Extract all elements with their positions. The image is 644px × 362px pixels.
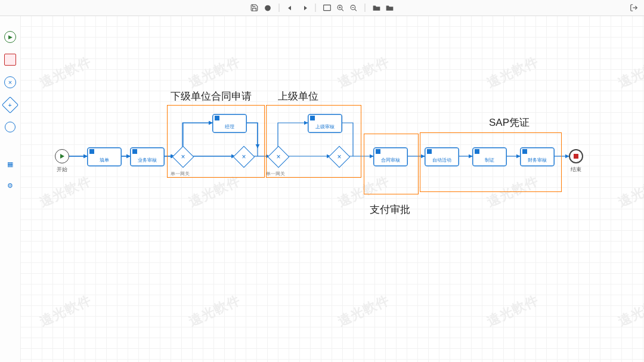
task-fill-form[interactable]: 填单 <box>87 147 122 166</box>
zoom-out-icon[interactable] <box>348 2 359 13</box>
palette-task-icon[interactable]: ▦ <box>5 159 16 169</box>
task-label: 业务审核 <box>131 157 164 163</box>
callout-label: SAP凭证 <box>489 116 530 129</box>
palette-gateway-icon[interactable]: + <box>2 97 18 113</box>
toolbar-separator <box>279 4 280 12</box>
undo-icon[interactable] <box>286 2 296 13</box>
start-event-label: 开始 <box>50 166 74 174</box>
callout-label: 上级单位 <box>278 89 318 103</box>
callout-box-lower-unit <box>167 105 265 178</box>
callout-box-upper-unit <box>266 105 361 178</box>
task-biz-review[interactable]: 业务审核 <box>130 147 165 166</box>
diagram-layer: 开始 填单 业务审核 × 单一网关 经理 × × 单一网关 上级审核 × <box>20 16 644 362</box>
palette-intermediate-icon[interactable] <box>5 122 16 132</box>
palette-cancel-icon[interactable]: × <box>4 76 16 88</box>
svg-rect-1 <box>324 5 331 10</box>
callout-label: 下级单位合同申请 <box>171 89 252 103</box>
palette-settings-icon[interactable]: ⚙ <box>5 180 16 191</box>
folder-new-icon[interactable] <box>385 2 395 13</box>
svg-line-3 <box>341 9 343 11</box>
exit-icon[interactable] <box>628 2 639 13</box>
canvas-viewport[interactable]: 遠光軟件 遠光軟件 遠光軟件 遠光軟件 遠光軟件 遠光軟件 遠光軟件 遠光軟件 … <box>20 16 644 362</box>
toolbar-separator <box>365 4 366 12</box>
side-palette: ▶ × + ▦ ⚙ <box>0 16 21 362</box>
svg-point-0 <box>265 5 271 11</box>
svg-line-7 <box>354 9 356 11</box>
validate-icon[interactable] <box>262 2 273 13</box>
end-event-label: 结束 <box>564 166 588 174</box>
toolbar-center <box>249 2 395 13</box>
palette-end-event-icon[interactable] <box>4 54 16 66</box>
callout-box-sap-cert <box>420 132 562 192</box>
task-label: 填单 <box>88 157 121 163</box>
end-event[interactable] <box>569 149 583 163</box>
callout-box-pay-approve <box>364 134 419 194</box>
folder-add-icon[interactable] <box>371 2 382 13</box>
palette-start-event-icon[interactable]: ▶ <box>4 31 16 43</box>
fit-icon[interactable] <box>322 2 333 13</box>
redo-icon[interactable] <box>299 2 309 13</box>
callout-label: 支付审批 <box>370 203 410 216</box>
start-event[interactable] <box>55 149 69 163</box>
user-task-icon <box>89 149 94 154</box>
user-task-icon <box>132 149 137 154</box>
zoom-in-icon[interactable] <box>335 2 346 13</box>
toolbar-separator <box>315 4 316 12</box>
top-toolbar <box>0 0 644 16</box>
save-icon[interactable] <box>249 2 260 13</box>
